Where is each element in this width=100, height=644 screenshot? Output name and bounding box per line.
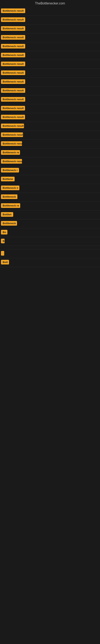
bottleneck-section-10: Bottleneck result — [0, 86, 100, 96]
bottleneck-section-20: Bottlene — [0, 175, 100, 184]
bottleneck-badge-26[interactable]: Bo — [1, 230, 7, 234]
bottleneck-badge-25[interactable]: Bottleneck — [1, 221, 17, 226]
bottleneck-badge-21[interactable]: Bottleneck n — [1, 186, 19, 190]
bottleneck-badge-4[interactable]: Bottleneck result — [1, 35, 25, 40]
bottleneck-badge-19[interactable]: Bottleneck r — [1, 168, 19, 172]
bottleneck-badge-10[interactable]: Bottleneck result — [1, 88, 25, 93]
bottleneck-badge-27[interactable]: B — [1, 239, 4, 243]
bottleneck-badge-6[interactable]: Bottleneck result — [1, 53, 25, 57]
bottleneck-section-15: Bottleneck result — [0, 131, 100, 140]
bottleneck-section-12: Bottleneck result — [0, 104, 100, 113]
bottleneck-badge-23[interactable]: Bottleneck re — [1, 203, 20, 208]
bottleneck-badge-8[interactable]: Bottleneck result — [1, 70, 25, 75]
bottleneck-badge-3[interactable]: Bottleneck result — [1, 26, 25, 31]
bottleneck-badge-12[interactable]: Bottleneck result — [1, 106, 25, 110]
bottleneck-badge-29[interactable]: : — [1, 251, 4, 256]
bottleneck-section-16: Bottleneck result — [0, 140, 100, 148]
bottleneck-section-24: Bottlen — [0, 210, 100, 219]
bottleneck-badge-24[interactable]: Bottlen — [1, 212, 13, 217]
bottleneck-badge-13[interactable]: Bottleneck result — [1, 115, 25, 119]
bottleneck-badge-5[interactable]: Bottleneck result — [1, 44, 25, 48]
bottleneck-section-2: Bottleneck result — [0, 16, 100, 24]
bottleneck-badge-20[interactable]: Bottlene — [1, 177, 15, 181]
bottleneck-badge-2[interactable]: Bottleneck result — [1, 17, 25, 22]
site-title: TheBottlenecker.com — [0, 0, 100, 7]
bottleneck-section-30: Bott — [0, 258, 100, 267]
bottleneck-section-29: : — [0, 249, 100, 258]
bottleneck-section-1: Bottleneck result — [0, 7, 100, 16]
bottleneck-section-22: Bottleneck — [0, 193, 100, 202]
bottleneck-badge-22[interactable]: Bottleneck — [1, 194, 17, 199]
bottleneck-section-26: Bo — [0, 228, 100, 237]
bottleneck-badge-11[interactable]: Bottleneck result — [1, 97, 25, 102]
bottleneck-badge-16[interactable]: Bottleneck result — [1, 141, 22, 146]
bottleneck-section-5: Bottleneck result — [0, 42, 100, 51]
items-container: Bottleneck resultBottleneck resultBottle… — [0, 7, 100, 267]
bottleneck-section-8: Bottleneck result — [0, 69, 100, 78]
bottleneck-badge-14[interactable]: Bottleneck result — [1, 124, 24, 128]
bottleneck-badge-15[interactable]: Bottleneck result — [1, 132, 23, 137]
bottleneck-section-27: B — [0, 237, 100, 246]
bottleneck-badge-17[interactable]: Bottleneck re — [1, 150, 20, 155]
bottleneck-section-21: Bottleneck n — [0, 184, 100, 193]
bottleneck-badge-30[interactable]: Bott — [1, 260, 9, 264]
bottleneck-section-28 — [0, 246, 100, 249]
bottleneck-badge-1[interactable]: Bottleneck result — [1, 8, 25, 13]
bottleneck-badge-9[interactable]: Bottleneck result — [1, 79, 25, 84]
bottleneck-section-23: Bottleneck re — [0, 202, 100, 210]
bottleneck-badge-18[interactable]: Bottleneck result — [1, 159, 22, 164]
bottleneck-section-3: Bottleneck result — [0, 24, 100, 34]
bottleneck-section-18: Bottleneck result — [0, 158, 100, 166]
bottleneck-section-4: Bottleneck result — [0, 34, 100, 42]
bottleneck-section-11: Bottleneck result — [0, 96, 100, 104]
bottleneck-section-13: Bottleneck result — [0, 113, 100, 122]
bottleneck-section-7: Bottleneck result — [0, 60, 100, 69]
bottleneck-section-14: Bottleneck result — [0, 122, 100, 131]
bottleneck-section-17: Bottleneck re — [0, 148, 100, 158]
bottleneck-badge-7[interactable]: Bottleneck result — [1, 62, 25, 66]
bottleneck-section-25: Bottleneck — [0, 219, 100, 228]
bottleneck-section-9: Bottleneck result — [0, 78, 100, 86]
bottleneck-section-6: Bottleneck result — [0, 51, 100, 60]
bottleneck-section-19: Bottleneck r — [0, 166, 100, 175]
